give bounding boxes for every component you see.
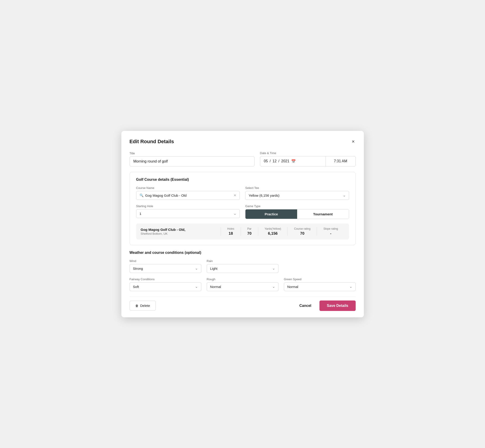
course-full-name: Gog Magog Golf Club - Old,	[141, 228, 221, 232]
modal-header: Edit Round Details ×	[129, 138, 356, 145]
game-type-label: Game Type	[245, 204, 349, 208]
wind-group: Wind Strong ⌄	[129, 259, 201, 273]
delete-label: Delete	[140, 304, 150, 308]
hole-gametype-row: Starting Hole 1 ⌄ Game Type Practice Tou…	[136, 204, 349, 219]
rough-dropdown[interactable]: Normal ⌄	[207, 282, 278, 291]
title-field-group: Title	[129, 152, 255, 166]
rain-value: Light	[210, 267, 218, 271]
modal-title: Edit Round Details	[129, 139, 174, 144]
course-rating-stat: Course rating 70	[287, 227, 317, 236]
datetime-row: 05 / 12 / 2021 📅 7:31 AM	[260, 156, 356, 166]
wind-rain-row: Wind Strong ⌄ Rain Light ⌄	[129, 259, 356, 273]
wind-value: Strong	[133, 267, 143, 271]
conditions-row: Fairway Conditions Soft ⌄ Rough Normal ⌄…	[129, 278, 356, 291]
green-speed-value: Normal	[287, 285, 298, 289]
weather-section-title: Weather and course conditions (optional)	[129, 251, 356, 255]
course-name-label: Course Name	[136, 186, 240, 190]
holes-label: Holes	[227, 227, 234, 230]
rain-dropdown[interactable]: Light ⌄	[207, 264, 278, 273]
course-location: Shelford Bottom, UK	[141, 232, 221, 235]
save-button[interactable]: Save Details	[319, 301, 356, 311]
title-input[interactable]	[129, 156, 255, 166]
modal-footer: 🗑 Delete Cancel Save Details	[129, 297, 356, 311]
starting-hole-label: Starting Hole	[136, 204, 240, 208]
edit-round-modal: Edit Round Details × Title Date & Time 0…	[121, 131, 364, 317]
golf-course-section: Golf Course details (Essential) Course N…	[129, 172, 356, 245]
rough-value: Normal	[210, 285, 221, 289]
close-button[interactable]: ×	[351, 138, 356, 145]
fairway-value: Soft	[133, 285, 139, 289]
chevron-down-icon-rain: ⌄	[272, 267, 275, 270]
rain-label: Rain	[207, 259, 278, 263]
date-year: 2021	[281, 159, 289, 163]
chevron-down-icon-green-speed: ⌄	[349, 285, 352, 288]
footer-right: Cancel Save Details	[296, 301, 356, 311]
time-part[interactable]: 7:31 AM	[326, 156, 356, 166]
time-value: 7:31 AM	[334, 159, 347, 163]
golf-section-title: Golf Course details (Essential)	[136, 177, 349, 182]
yards-value: 6,156	[268, 231, 278, 236]
course-rating-value: 70	[300, 231, 304, 236]
slope-rating-value: -	[330, 231, 331, 236]
par-label: Par	[247, 227, 252, 230]
date-sep2: /	[278, 159, 279, 163]
select-tee-group: Select Tee Yellow (6,156 yards) ⌄	[245, 186, 349, 200]
clear-icon[interactable]: ✕	[234, 193, 236, 197]
chevron-down-icon-hole: ⌄	[234, 212, 236, 215]
chevron-down-icon-fairway: ⌄	[195, 285, 198, 288]
starting-hole-value: 1	[140, 212, 141, 216]
trash-icon: 🗑	[135, 304, 138, 308]
course-info-name: Gog Magog Golf Club - Old, Shelford Bott…	[141, 228, 221, 235]
datetime-field-group: Date & Time 05 / 12 / 2021 📅 7:31 AM	[260, 151, 356, 166]
search-icon: 🔍	[140, 193, 144, 197]
select-tee-label: Select Tee	[245, 186, 349, 190]
date-month: 05	[264, 159, 268, 163]
starting-hole-dropdown[interactable]: 1 ⌄	[136, 209, 240, 218]
practice-toggle-btn[interactable]: Practice	[245, 209, 297, 219]
green-speed-label: Green Speed	[284, 278, 356, 281]
course-rating-label: Course rating	[294, 227, 310, 230]
rough-label: Rough	[207, 278, 278, 281]
green-speed-dropdown[interactable]: Normal ⌄	[284, 282, 356, 291]
slope-rating-stat: Slope rating -	[317, 227, 344, 236]
tournament-toggle-btn[interactable]: Tournament	[297, 209, 349, 219]
green-speed-group: Green Speed Normal ⌄	[284, 278, 356, 291]
starting-hole-group: Starting Hole 1 ⌄	[136, 204, 240, 219]
fairway-label: Fairway Conditions	[129, 278, 201, 281]
select-tee-dropdown[interactable]: Yellow (6,156 yards) ⌄	[245, 191, 349, 200]
course-tee-row: Course Name 🔍 Gog Magog Golf Club - Old …	[136, 186, 349, 200]
course-name-value: Gog Magog Golf Club - Old	[145, 193, 232, 197]
course-info-row: Gog Magog Golf Club - Old, Shelford Bott…	[136, 224, 349, 240]
fairway-group: Fairway Conditions Soft ⌄	[129, 278, 201, 291]
select-tee-value: Yellow (6,156 yards)	[249, 193, 279, 197]
yards-label: Yards(Yellow)	[265, 227, 281, 230]
par-value: 70	[247, 231, 252, 236]
date-part[interactable]: 05 / 12 / 2021 📅	[260, 156, 326, 166]
wind-dropdown[interactable]: Strong ⌄	[129, 264, 201, 273]
chevron-down-icon-wind: ⌄	[195, 267, 198, 270]
game-type-toggle: Practice Tournament	[245, 209, 349, 219]
weather-section: Weather and course conditions (optional)…	[129, 251, 356, 291]
course-name-input-wrap[interactable]: 🔍 Gog Magog Golf Club - Old ✕	[136, 191, 240, 200]
top-row: Title Date & Time 05 / 12 / 2021 📅 7:31 …	[129, 151, 356, 166]
course-name-group: Course Name 🔍 Gog Magog Golf Club - Old …	[136, 186, 240, 200]
date-day: 12	[273, 159, 277, 163]
chevron-down-icon-rough: ⌄	[272, 285, 275, 288]
cancel-button[interactable]: Cancel	[296, 301, 315, 311]
calendar-icon: 📅	[291, 159, 296, 163]
date-sep1: /	[270, 159, 270, 163]
holes-stat: Holes 18	[221, 227, 241, 236]
datetime-label: Date & Time	[260, 151, 356, 155]
rough-group: Rough Normal ⌄	[207, 278, 278, 291]
title-label: Title	[129, 152, 255, 155]
par-stat: Par 70	[241, 227, 258, 236]
yards-stat: Yards(Yellow) 6,156	[258, 227, 288, 236]
holes-value: 18	[229, 231, 233, 236]
slope-rating-label: Slope rating	[323, 227, 338, 230]
wind-label: Wind	[129, 259, 201, 263]
chevron-down-icon: ⌄	[343, 193, 346, 197]
delete-button[interactable]: 🗑 Delete	[129, 301, 156, 311]
fairway-dropdown[interactable]: Soft ⌄	[129, 282, 201, 291]
rain-group: Rain Light ⌄	[207, 259, 278, 273]
game-type-group: Game Type Practice Tournament	[245, 204, 349, 219]
